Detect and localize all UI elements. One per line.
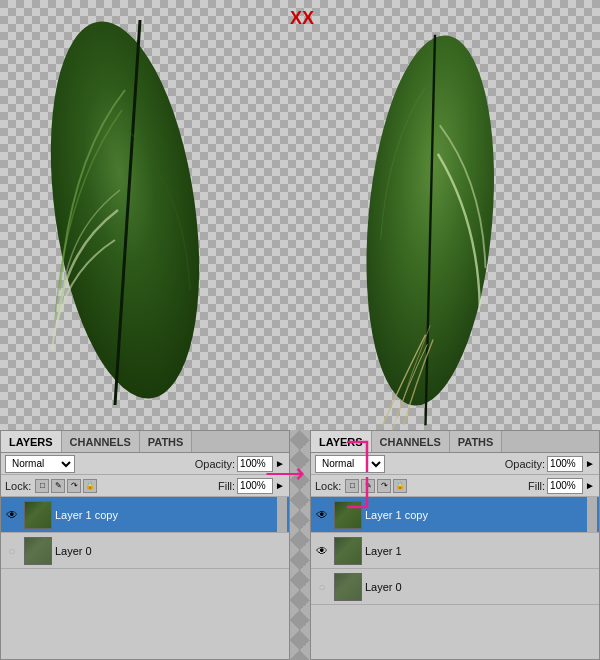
right-opacity-arrow[interactable]: ► (585, 458, 595, 469)
left-lock-toolbar: Lock: □ ✎ ↷ 🔒 Fill: ► (1, 475, 289, 497)
left-thumb-0 (24, 501, 52, 529)
right-opacity-input[interactable] (547, 456, 583, 472)
right-scrollbar[interactable] (587, 497, 597, 532)
left-scrollbar[interactable] (277, 497, 287, 532)
right-fill-label: Fill: (528, 480, 545, 492)
left-empty-space (1, 569, 289, 609)
right-layer-row-2[interactable]: ○ Layer 0 (311, 569, 599, 605)
right-thumb-1 (334, 537, 362, 565)
left-lock-label: Lock: (5, 480, 31, 492)
right-tab-channels[interactable]: CHANNELS (372, 431, 450, 452)
right-lock-all[interactable]: 🔒 (393, 479, 407, 493)
right-layer-name-0: Layer 1 copy (365, 509, 584, 521)
right-eye-2[interactable]: ○ (313, 578, 331, 596)
right-lock-label: Lock: (315, 480, 341, 492)
left-layer-name-1: Layer 0 (55, 545, 287, 557)
right-layers-list: 👁 Layer 1 copy 👁 Layer 1 ○ (311, 497, 599, 659)
svg-point-0 (30, 12, 221, 408)
feather-left (30, 10, 240, 410)
left-layer-row-1[interactable]: ○ Layer 0 (1, 533, 289, 569)
left-lock-transparency[interactable]: □ (35, 479, 49, 493)
left-lock-position[interactable]: ↷ (67, 479, 81, 493)
right-eye-0[interactable]: 👁 (313, 506, 331, 524)
right-fill-arrow[interactable]: ► (585, 480, 595, 491)
right-opacity-area: Opacity: ► (505, 456, 595, 472)
left-tab-paths[interactable]: PATHS (140, 431, 193, 452)
left-panel: LAYERS CHANNELS PATHS Normal Opacity: ► … (0, 430, 290, 660)
left-opacity-label: Opacity: (195, 458, 235, 470)
left-layer-row-0[interactable]: 👁 Layer 1 copy (1, 497, 289, 533)
left-layer-name-0: Layer 1 copy (55, 509, 274, 521)
right-tab-paths[interactable]: PATHS (450, 431, 503, 452)
left-panel-tabs: LAYERS CHANNELS PATHS (1, 431, 289, 453)
right-eye-1[interactable]: 👁 (313, 542, 331, 560)
left-tab-layers[interactable]: LAYERS (1, 431, 62, 452)
right-thumb-2 (334, 573, 362, 601)
left-thumb-1 (24, 537, 52, 565)
left-lock-all[interactable]: 🔒 (83, 479, 97, 493)
left-lock-icons: □ ✎ ↷ 🔒 (35, 479, 97, 493)
left-lock-paint[interactable]: ✎ (51, 479, 65, 493)
right-fill-input[interactable] (547, 478, 583, 494)
feather-right (330, 30, 540, 430)
left-tab-channels[interactable]: CHANNELS (62, 431, 140, 452)
right-layer-name-1: Layer 1 (365, 545, 597, 557)
bracket-annotation (342, 437, 372, 512)
right-layer-row-1[interactable]: 👁 Layer 1 (311, 533, 599, 569)
left-blend-toolbar: Normal Opacity: ► (1, 453, 289, 475)
left-blend-mode-select[interactable]: Normal (5, 455, 75, 473)
left-fill-label: Fill: (218, 480, 235, 492)
xx-label: XX (290, 8, 314, 29)
right-fill-area: Fill: ► (528, 478, 595, 494)
left-layers-list: 👁 Layer 1 copy ○ Layer 0 (1, 497, 289, 659)
left-eye-0[interactable]: 👁 (3, 506, 21, 524)
right-lock-position[interactable]: ↷ (377, 479, 391, 493)
pink-arrow: ⟵ (265, 457, 305, 490)
right-layer-name-2: Layer 0 (365, 581, 597, 593)
right-opacity-label: Opacity: (505, 458, 545, 470)
left-eye-1[interactable]: ○ (3, 542, 21, 560)
